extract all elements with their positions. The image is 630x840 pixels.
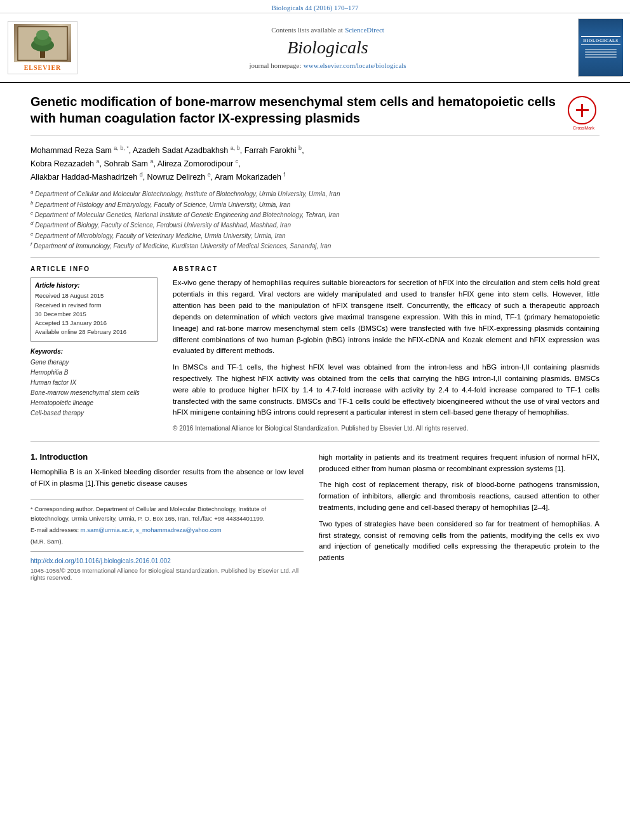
keyword-hemophilia: Hemophilia B	[30, 368, 158, 378]
footnote-section: * Corresponding author. Department of Ce…	[30, 499, 304, 546]
biologicals-cover: BIOLOGICALS	[578, 18, 622, 77]
abstract-para-1: Ex-vivo gene therapy of hemophilias requ…	[173, 277, 600, 357]
article-info-col: ARTICLE INFO Article history: Received 1…	[30, 265, 158, 433]
abstract-col: ABSTRACT Ex-vivo gene therapy of hemophi…	[173, 265, 600, 433]
crossmark-icon	[568, 96, 596, 124]
author-4: Kobra Rezazadeh a	[30, 159, 100, 168]
abstract-heading: ABSTRACT	[173, 265, 600, 272]
author-6: Alireza Zomorodipour c	[158, 159, 238, 168]
keywords-section: Keywords: Gene therapy Hemophilia B Huma…	[30, 348, 158, 418]
email-label: E-mail addresses:	[30, 526, 79, 533]
email-2[interactable]: s_mohammadreza@yahoo.com	[136, 526, 222, 533]
cover-title: BIOLOGICALS	[581, 36, 620, 45]
elsevier-logo-art	[14, 24, 71, 62]
elsevier-logo: ELSEVIER	[8, 21, 77, 74]
page-wrapper: Biologicals 44 (2016) 170–177 EL	[0, 0, 630, 840]
authors-section: Mohammad Reza Sam a, b, *, Azadeh Sadat …	[30, 143, 600, 183]
affiliation-f: f Department of Immunology, Faculty of M…	[30, 241, 600, 251]
intro-body-right: high mortality in patients and its treat…	[319, 452, 600, 564]
intro-para-right-3: Two types of strategies have been consid…	[319, 519, 600, 564]
author-9: Aram Mokarizadeh f	[215, 173, 285, 182]
name-note: (M.R. Sam).	[30, 537, 304, 546]
doi-section: http://dx.doi.org/10.1016/j.biologicals.…	[30, 551, 304, 581]
intro-right-col: high mortality in patients and its treat…	[319, 452, 600, 582]
keyword-human-factor: Human factor IX	[30, 378, 158, 388]
history-received: Received 18 August 2015	[35, 291, 153, 300]
affiliations-section: a Department of Cellular and Molecular B…	[30, 189, 600, 258]
journal-top-bar: Biologicals 44 (2016) 170–177	[0, 0, 630, 13]
author-3: Farrah Farokhi b	[245, 146, 302, 155]
svg-point-4	[36, 30, 49, 40]
intro-para-right-2: The high cost of replacement therapy, ri…	[319, 479, 600, 513]
history-revised-label: Received in revised form	[35, 301, 153, 310]
intro-body-left: Hemophilia B is an X-linked bleeding dis…	[30, 467, 304, 490]
journal-header: ELSEVIER Contents lists available at Sci…	[0, 13, 630, 83]
crossmark-logo: CrossMark	[568, 96, 600, 130]
article-history-box: Article history: Received 18 August 2015…	[30, 277, 158, 341]
crossmark-vertical	[581, 104, 583, 117]
author-1: Mohammad Reza Sam a, b, *	[30, 146, 129, 155]
keywords-heading: Keywords:	[30, 348, 158, 355]
elsevier-text: ELSEVIER	[24, 64, 62, 71]
article-title: Genetic modification of bone-marrow mese…	[30, 93, 561, 126]
keyword-cell-therapy: Cell-based therapy	[30, 408, 158, 418]
cover-decorative-lines	[585, 48, 617, 59]
intro-para-right-1: high mortality in patients and its treat…	[319, 452, 600, 475]
article-title-section: Genetic modification of bone-marrow mese…	[30, 93, 600, 136]
doi-link[interactable]: http://dx.doi.org/10.1016/j.biologicals.…	[30, 557, 171, 564]
history-online: Available online 28 February 2016	[35, 328, 153, 337]
email-1[interactable]: m.sam@urmia.ac.ir	[81, 526, 133, 533]
email-line: E-mail addresses: m.sam@urmia.ac.ir, s_m…	[30, 526, 304, 535]
keyword-hematopoietic: Hematopoietic lineage	[30, 398, 158, 408]
affiliation-a: a Department of Cellular and Molecular B…	[30, 189, 600, 199]
crossmark-label: CrossMark	[568, 126, 600, 130]
keyword-gene-therapy: Gene therapy	[30, 357, 158, 368]
contents-line: Contents lists available at ScienceDirec…	[84, 25, 572, 35]
copyright-line: © 2016 International Alliance for Biolog…	[173, 423, 600, 434]
intro-para-left-1: Hemophilia B is an X-linked bleeding dis…	[30, 467, 304, 490]
article-history-heading: Article history:	[35, 282, 153, 289]
journal-citation: Biologicals 44 (2016) 170–177	[271, 4, 358, 11]
intro-section-title: 1. Introduction	[30, 452, 304, 462]
intro-section-number: 1.	[30, 452, 37, 462]
introduction-section: 1. Introduction Hemophilia B is an X-lin…	[30, 452, 600, 582]
main-content: Genetic modification of bone-marrow mese…	[0, 83, 630, 591]
homepage-line: journal homepage: www.elsevier.com/locat…	[84, 60, 572, 70]
history-revised-date: 30 December 2015	[35, 310, 153, 319]
corresponding-note: * Corresponding author. Department of Ce…	[30, 505, 304, 523]
article-info-heading: ARTICLE INFO	[30, 265, 158, 272]
author-5: Sohrab Sam a	[104, 159, 154, 168]
affiliation-e: e Department of Microbiology, Faculty of…	[30, 230, 600, 241]
affiliation-d: d Department of Biology, Faculty of Scie…	[30, 220, 600, 230]
intro-section-label: Introduction	[39, 452, 88, 462]
intro-left-col: 1. Introduction Hemophilia B is an X-lin…	[30, 452, 304, 582]
article-info-abstract-section: ARTICLE INFO Article history: Received 1…	[30, 265, 600, 441]
history-accepted: Accepted 13 January 2016	[35, 319, 153, 328]
author-8: Nowruz Delirezh e	[147, 173, 211, 182]
abstract-para-2: In BMSCs and TF-1 cells, the highest hFI…	[173, 362, 600, 418]
author-2: Azadeh Sadat Azadbakhsh a, b	[133, 146, 240, 155]
affiliation-c: c Department of Molecular Genetics, Nati…	[30, 210, 600, 220]
journal-center: Contents lists available at ScienceDirec…	[84, 25, 572, 70]
author-7: Aliakbar Haddad-Mashadrizeh d	[30, 173, 143, 182]
affiliation-b: b Department of Histology and Embryology…	[30, 199, 600, 210]
keyword-bone-marrow: Bone-marrow mesenchymal stem cells	[30, 388, 158, 398]
journal-name: Biologicals	[84, 37, 572, 58]
issn-line: 1045-1056/© 2016 International Alliance …	[30, 567, 304, 581]
abstract-text: Ex-vivo gene therapy of hemophilias requ…	[173, 277, 600, 433]
biologicals-cover-inner: BIOLOGICALS	[579, 19, 623, 76]
